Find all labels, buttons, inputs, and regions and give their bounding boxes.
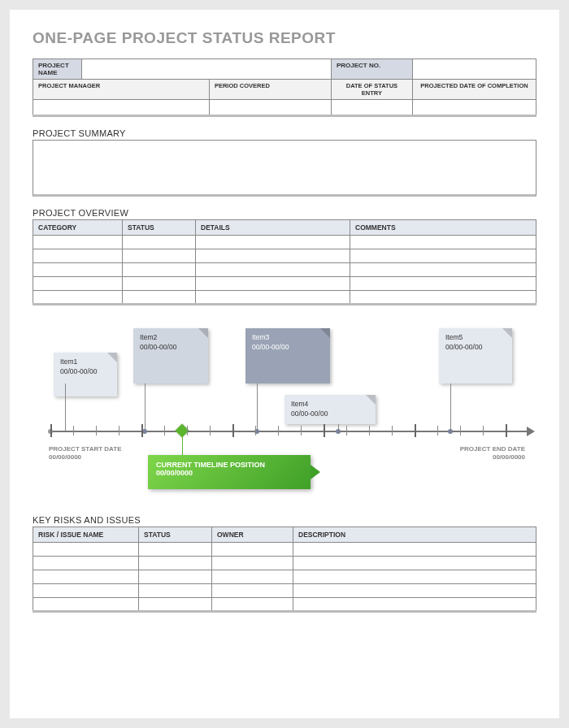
document-page: ONE-PAGE PROJECT STATUS REPORT PROJECT N… [10,10,559,718]
field-projected-completion[interactable] [412,100,536,116]
label-project-no: PROJECT NO. [331,59,412,80]
label-period-covered: PERIOD COVERED [209,80,331,100]
risks-table: RISK / ISSUE NAME STATUS OWNER DESCRIPTI… [33,526,536,613]
table-row [33,236,536,249]
section-summary-heading: PROJECT SUMMARY [33,128,536,138]
timeline-item-5: Item500/00-00/00 [439,328,512,384]
field-project-no[interactable] [412,59,536,80]
field-project-name[interactable] [82,59,332,80]
table-row [33,249,536,263]
current-position-box: CURRENT TIMELINE POSITION 00/00/0000 [148,455,311,489]
timeline-axis [49,431,528,432]
timeline-item-1: Item100/00-00/00 [54,353,117,396]
table-row [33,598,536,612]
risks-col-description: DESCRIPTION [293,527,536,543]
table-row [33,557,536,570]
section-overview-heading: PROJECT OVERVIEW [33,208,536,218]
label-projected-completion: PROJECTED DATE OF COMPLETION [412,80,536,100]
timeline: Item100/00-00/00 Item200/00-00/00 Item30… [33,317,536,504]
label-date-status-entry: DATE OF STATUS ENTRY [331,80,412,100]
overview-col-details: DETAILS [196,220,350,236]
table-row [33,543,536,557]
report-title: ONE-PAGE PROJECT STATUS REPORT [33,29,536,47]
field-project-manager[interactable] [33,100,210,116]
overview-table: CATEGORY STATUS DETAILS COMMENTS [33,219,536,306]
table-row [33,291,536,305]
timeline-item-2: Item200/00-00/00 [133,328,208,384]
table-row [33,584,536,598]
section-risks-heading: KEY RISKS AND ISSUES [33,515,536,525]
table-row [33,263,536,277]
timeline-start-label: PROJECT START DATE 00/00/0000 [49,445,121,462]
risks-col-status: STATUS [139,527,212,543]
label-project-name: PROJECT NAME [33,59,82,80]
timeline-item-3: Item300/00-00/00 [245,328,330,384]
risks-col-name: RISK / ISSUE NAME [33,527,139,543]
table-row [33,277,536,291]
field-period-covered[interactable] [209,100,331,116]
overview-col-category: CATEGORY [33,220,123,236]
arrow-right-icon [527,427,535,436]
overview-col-status: STATUS [123,220,196,236]
risks-col-owner: OWNER [212,527,293,543]
table-row [33,570,536,584]
timeline-item-4: Item400/00-00/00 [284,395,376,424]
label-project-manager: PROJECT MANAGER [33,80,210,100]
field-date-status-entry[interactable] [331,100,412,116]
summary-box[interactable] [33,140,536,197]
project-info-table: PROJECT NAME PROJECT NO. PROJECT MANAGER… [33,58,536,117]
timeline-end-label: PROJECT END DATE 00/00/0000 [460,445,525,462]
overview-col-comments: COMMENTS [350,220,536,236]
